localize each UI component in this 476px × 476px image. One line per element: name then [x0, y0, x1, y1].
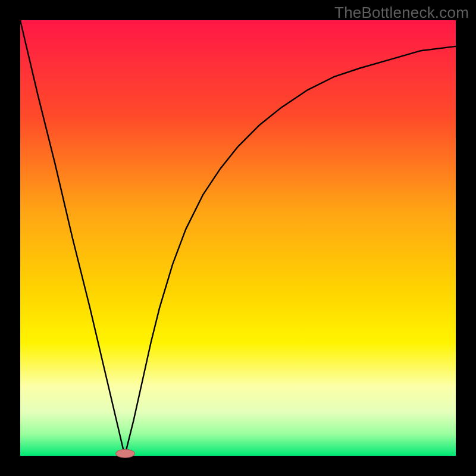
- chart-frame: TheBottleneck.com: [0, 0, 476, 476]
- plot-area: [20, 20, 456, 456]
- watermark-text: TheBottleneck.com: [334, 4, 469, 22]
- bottleneck-curve: [20, 20, 456, 456]
- optimal-marker: [115, 449, 134, 458]
- curve-layer: [20, 20, 456, 456]
